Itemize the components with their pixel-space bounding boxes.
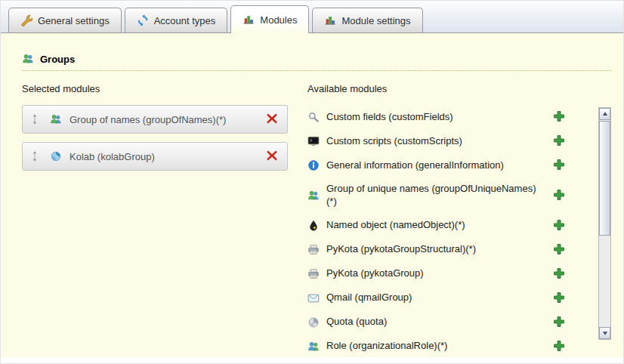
arrow-down-icon: [601, 329, 609, 337]
available-module-label: PyKota (pykotaGroupStructural)(*): [326, 243, 553, 256]
tab-label: Account types: [154, 15, 216, 26]
available-module-row: Custom fields (customFields): [307, 105, 588, 129]
groups-icon: [22, 53, 34, 65]
available-modules-panel: Available modules Custom fields (customF…: [307, 83, 611, 359]
add-icon: [553, 243, 565, 255]
tab-bar: General settingsAccount typesModulesModu…: [1, 1, 623, 33]
available-module-label: Quota (quota): [326, 316, 553, 329]
add-icon: [553, 219, 565, 231]
scrollbar[interactable]: [598, 107, 611, 340]
tab-label: General settings: [38, 15, 110, 26]
add-icon: [553, 134, 565, 147]
add-module-button[interactable]: [553, 292, 567, 305]
add-module-button[interactable]: [553, 316, 567, 329]
terminal-icon: [307, 135, 320, 147]
selected-module-label: Kolab (kolabGroup): [70, 151, 266, 162]
selected-module-item[interactable]: Group of names (groupOfNames)(*): [22, 105, 288, 134]
scroll-down-button[interactable]: [599, 327, 610, 339]
add-module-button[interactable]: [553, 219, 567, 233]
chart-icon: [324, 14, 336, 26]
add-icon: [553, 110, 565, 122]
add-icon: [553, 340, 565, 352]
available-module-row: PyKota (pykotaGroupStructural)(*): [307, 238, 588, 262]
printer-icon: [307, 244, 320, 256]
available-module-label: Role (organizationalRole)(*): [326, 340, 553, 353]
modules-columns: Selected modules Group of names (groupOf…: [1, 71, 623, 359]
add-module-button[interactable]: [553, 159, 567, 172]
info-icon: [307, 159, 320, 171]
available-modules-list: Custom fields (customFields)Custom scrip…: [307, 105, 588, 359]
available-module-row: PyKota (pykotaGroup): [307, 262, 588, 286]
selected-module-item[interactable]: Kolab (kolabGroup): [22, 142, 288, 171]
arrow-up-icon: [601, 110, 609, 118]
scroll-up-button[interactable]: [599, 108, 610, 120]
magnifier-icon: [307, 111, 320, 123]
available-module-label: Named object (namedObject)(*): [326, 219, 553, 232]
selected-modules-heading: Selected modules: [22, 83, 288, 94]
available-module-row: Role (organizationalRole)(*): [307, 335, 588, 359]
available-module-row: Quota (quota): [307, 310, 588, 335]
add-icon: [553, 267, 565, 279]
remove-module-button[interactable]: [266, 150, 280, 163]
tab-label: Module settings: [341, 15, 410, 26]
pie-icon: [307, 316, 320, 329]
add-module-button[interactable]: [553, 189, 567, 202]
selected-modules-panel: Selected modules Group of names (groupOf…: [22, 83, 288, 359]
mail-icon: [307, 292, 320, 304]
section-title: Groups: [40, 54, 75, 65]
printer-icon: [307, 268, 320, 280]
add-module-button[interactable]: [553, 340, 567, 353]
selected-module-label: Group of names (groupOfNames)(*): [70, 114, 266, 125]
drag-icon: [30, 113, 39, 125]
available-module-row: Group of unique names (groupOfUniqueName…: [307, 177, 588, 214]
available-modules-wrap: Custom fields (customFields)Custom scrip…: [307, 105, 611, 359]
add-module-button[interactable]: [553, 243, 567, 257]
groups-section-header: Groups: [22, 53, 611, 71]
chart-icon: [242, 14, 255, 26]
available-module-label: Qmail (qmailGroup): [326, 292, 553, 304]
tab-general-settings[interactable]: General settings: [8, 8, 122, 32]
available-module-row: General information (generalInformation): [307, 153, 588, 177]
add-icon: [553, 159, 565, 171]
role-icon: [307, 341, 320, 353]
droplet-icon: [307, 220, 320, 232]
available-module-label: Custom scripts (customScripts): [326, 135, 553, 148]
groups-icon: [307, 190, 320, 202]
available-module-label: Group of unique names (groupOfUniqueName…: [326, 183, 553, 208]
drag-icon: [30, 150, 39, 162]
available-module-label: PyKota (pykotaGroup): [326, 267, 553, 280]
kolab-icon: [50, 150, 62, 162]
available-module-label: General information (generalInformation): [326, 159, 553, 172]
add-icon: [553, 189, 565, 201]
delete-icon: [266, 113, 278, 125]
available-module-label: Custom fields (customFields): [326, 111, 553, 124]
groups-icon: [50, 113, 62, 125]
add-module-button[interactable]: [553, 110, 567, 124]
add-module-button[interactable]: [553, 134, 567, 148]
available-module-row: Named object (namedObject)(*): [307, 214, 588, 238]
content-area: Groups Selected modules Group of names (…: [1, 33, 623, 357]
sync-icon: [137, 14, 149, 26]
available-modules-heading: Available modules: [307, 83, 611, 94]
available-module-row: Custom scripts (customScripts): [307, 129, 588, 153]
tab-account-types[interactable]: Account types: [125, 8, 228, 32]
selected-modules-list: Group of names (groupOfNames)(*)Kolab (k…: [22, 105, 288, 171]
tab-modules[interactable]: Modules: [230, 5, 309, 33]
delete-icon: [266, 150, 278, 162]
lam-configuration-window: General settingsAccount typesModulesModu…: [0, 0, 624, 364]
add-icon: [553, 316, 565, 328]
available-module-row: Qmail (qmailGroup): [307, 286, 588, 310]
add-icon: [553, 292, 565, 304]
add-module-button[interactable]: [553, 267, 567, 281]
scroll-thumb[interactable]: [599, 121, 610, 236]
tab-label: Modules: [260, 14, 297, 26]
tab-module-settings[interactable]: Module settings: [312, 8, 422, 32]
remove-module-button[interactable]: [266, 113, 280, 126]
wrench-icon: [20, 14, 32, 26]
